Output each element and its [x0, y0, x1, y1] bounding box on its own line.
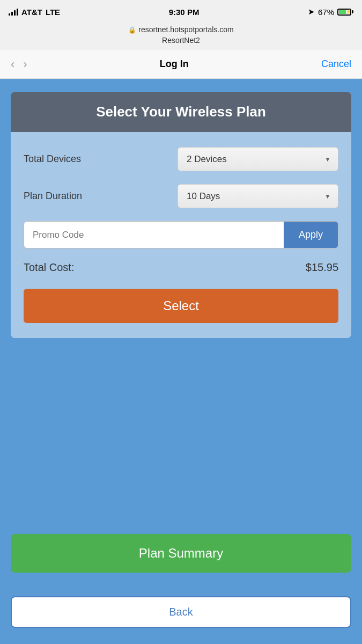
plan-card: Select Your Wireless Plan Total Devices …: [11, 92, 351, 338]
nav-arrows: ‹ ›: [11, 57, 27, 71]
total-devices-select[interactable]: 1 Device 2 Devices 3 Devices 4 Devices: [178, 147, 338, 171]
status-time: 9:30 PM: [169, 8, 200, 17]
select-plan-button[interactable]: Select: [24, 289, 338, 323]
forward-arrow-button[interactable]: ›: [23, 57, 27, 71]
status-bar: AT&T LTE 9:30 PM ➤ 67% ⚡: [0, 0, 362, 23]
card-header-title: Select Your Wireless Plan: [96, 104, 266, 120]
total-cost-row: Total Cost: $15.95: [24, 261, 338, 274]
battery-icon: ⚡: [337, 9, 353, 16]
card-body: Total Devices 1 Device 2 Devices 3 Devic…: [11, 132, 351, 338]
promo-code-input[interactable]: [24, 222, 284, 248]
nav-bar: ‹ › Log In Cancel: [0, 50, 362, 79]
charging-icon: ⚡: [345, 9, 351, 14]
network-label: LTE: [46, 8, 60, 17]
battery-percent: 67%: [318, 8, 334, 17]
total-devices-select-wrapper: 1 Device 2 Devices 3 Devices 4 Devices ▼: [178, 147, 338, 171]
bottom-section: Plan Summary Back: [0, 534, 362, 644]
url-text: resortnet.hotspotportals.com: [138, 25, 233, 34]
apply-button[interactable]: Apply: [284, 222, 338, 248]
card-header: Select Your Wireless Plan: [11, 92, 351, 132]
carrier-label: AT&T: [21, 8, 42, 17]
back-arrow-button[interactable]: ‹: [11, 57, 14, 71]
cancel-button[interactable]: Cancel: [321, 58, 351, 70]
promo-code-row: Apply: [24, 221, 338, 248]
total-cost-value: $15.95: [306, 261, 338, 274]
signal-bars-icon: [9, 8, 18, 16]
main-content: Select Your Wireless Plan Total Devices …: [0, 79, 362, 534]
plan-duration-label: Plan Duration: [24, 191, 82, 202]
plan-duration-row: Plan Duration 1 Day 3 Days 5 Days 7 Days…: [24, 184, 338, 208]
plan-duration-select-wrapper: 1 Day 3 Days 5 Days 7 Days 10 Days 14 Da…: [178, 184, 338, 208]
status-right: ➤ 67% ⚡: [308, 7, 353, 17]
page-title: Log In: [160, 58, 189, 70]
plan-summary-button[interactable]: Plan Summary: [11, 534, 351, 573]
plan-duration-select[interactable]: 1 Day 3 Days 5 Days 7 Days 10 Days 14 Da…: [178, 184, 338, 208]
url-bar: 🔒 resortnet.hotspotportals.com ResortNet…: [0, 23, 362, 50]
status-left: AT&T LTE: [9, 8, 60, 17]
total-cost-label: Total Cost:: [24, 261, 74, 274]
lock-icon: 🔒: [128, 26, 136, 34]
total-devices-row: Total Devices 1 Device 2 Devices 3 Devic…: [24, 147, 338, 171]
back-button[interactable]: Back: [11, 596, 351, 628]
url-subtitle: ResortNet2: [9, 35, 353, 46]
location-icon: ➤: [308, 7, 315, 17]
total-devices-label: Total Devices: [24, 153, 81, 165]
